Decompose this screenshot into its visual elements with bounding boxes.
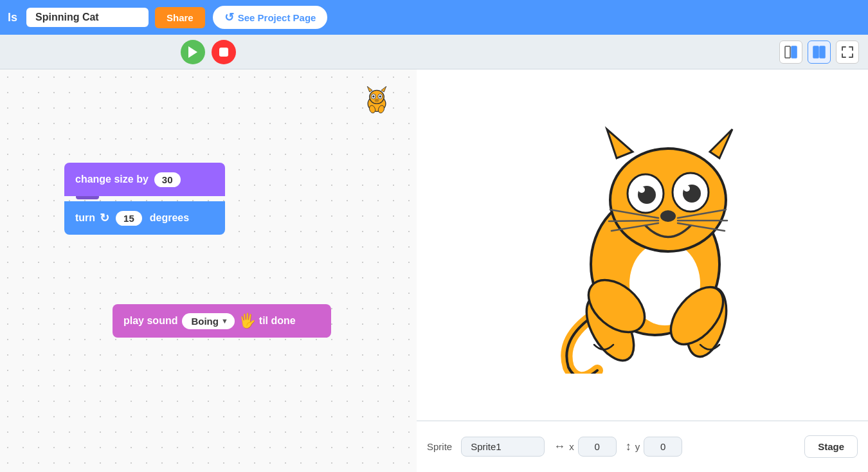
svg-point-27 xyxy=(683,185,690,192)
code-panel: change size by 30 turn ↻ 15 degrees xyxy=(0,35,417,472)
y-axis-icon: ↕ xyxy=(626,440,631,453)
layout-split-button[interactable] xyxy=(808,41,831,64)
svg-line-30 xyxy=(609,221,658,221)
code-canvas[interactable]: change size by 30 turn ↻ 15 degrees xyxy=(0,69,417,472)
fullscreen-icon xyxy=(841,46,854,59)
change-size-value[interactable]: 30 xyxy=(154,172,181,187)
svg-rect-1 xyxy=(219,48,228,57)
x-input[interactable] xyxy=(578,437,617,457)
svg-point-26 xyxy=(638,186,645,193)
layout-small-icon xyxy=(784,46,797,59)
stop-icon xyxy=(218,46,230,58)
hand-cursor-icon: 🖐 xyxy=(239,313,256,329)
editor-toolbar xyxy=(0,35,417,69)
rotate-icon: ↻ xyxy=(100,211,109,225)
top-bar: ls Share ↺ See Project Page xyxy=(0,0,868,35)
layout-split-icon xyxy=(813,46,826,59)
stage-toolbar xyxy=(417,35,868,69)
block-group-2: play sound Boing ▼ 🖐 til done xyxy=(113,304,331,340)
stage-canvas xyxy=(417,69,868,421)
change-size-label: change size by xyxy=(75,174,149,185)
fullscreen-button[interactable] xyxy=(836,41,859,64)
until-done-label: til done xyxy=(259,315,296,327)
svg-marker-4 xyxy=(367,86,372,92)
svg-point-9 xyxy=(379,95,381,97)
sprite-panel: Sprite ↔ x ↕ y Stage xyxy=(417,421,868,472)
sprite-name-input[interactable] xyxy=(461,437,545,457)
layout-small-button[interactable] xyxy=(779,41,802,64)
x-axis-icon: ↔ xyxy=(554,440,565,453)
change-size-block[interactable]: change size by 30 xyxy=(64,163,225,199)
svg-rect-14 xyxy=(791,46,797,58)
see-project-button[interactable]: ↺ See Project Page xyxy=(212,5,329,30)
x-coord-group: ↔ x xyxy=(554,437,617,457)
sprite-thumbnail xyxy=(360,84,393,117)
green-flag-button[interactable] xyxy=(181,40,205,64)
share-button[interactable]: Share xyxy=(155,7,205,28)
y-coord-group: ↕ y xyxy=(626,437,683,457)
svg-point-8 xyxy=(372,95,374,97)
project-name-input[interactable] xyxy=(26,8,149,27)
sprite-label: Sprite xyxy=(427,441,452,452)
x-label: x xyxy=(569,441,574,452)
y-input[interactable] xyxy=(644,437,682,457)
svg-point-28 xyxy=(660,210,676,222)
svg-rect-16 xyxy=(820,46,825,58)
turn-degrees-value[interactable]: 15 xyxy=(116,211,142,226)
app-logo: ls xyxy=(8,11,17,24)
arrows-icon: ↺ xyxy=(224,10,234,24)
degrees-label: degrees xyxy=(150,212,189,224)
sound-dropdown[interactable]: Boing ▼ xyxy=(182,313,234,329)
svg-rect-15 xyxy=(813,46,818,58)
svg-marker-21 xyxy=(710,129,732,158)
svg-rect-13 xyxy=(785,46,790,58)
svg-marker-0 xyxy=(188,46,197,58)
svg-point-10 xyxy=(375,98,379,102)
stage-panel: Sprite ↔ x ↕ y Stage xyxy=(417,35,868,472)
main-area: change size by 30 turn ↻ 15 degrees xyxy=(0,35,868,472)
turn-block[interactable]: turn ↻ 15 degrees xyxy=(64,201,225,235)
y-label: y xyxy=(635,441,640,452)
scratch-cat-stage xyxy=(520,116,764,374)
play-sound-label: play sound xyxy=(123,315,177,327)
svg-marker-5 xyxy=(381,86,386,92)
svg-marker-20 xyxy=(607,129,633,158)
stage-tab-button[interactable]: Stage xyxy=(804,435,858,458)
flag-icon xyxy=(186,45,200,59)
block-group-1: change size by 30 turn ↻ 15 degrees xyxy=(64,163,225,237)
play-sound-block[interactable]: play sound Boing ▼ 🖐 til done xyxy=(113,304,331,338)
turn-label: turn xyxy=(75,212,95,224)
dropdown-arrow: ▼ xyxy=(221,317,228,325)
stop-button[interactable] xyxy=(212,40,236,64)
